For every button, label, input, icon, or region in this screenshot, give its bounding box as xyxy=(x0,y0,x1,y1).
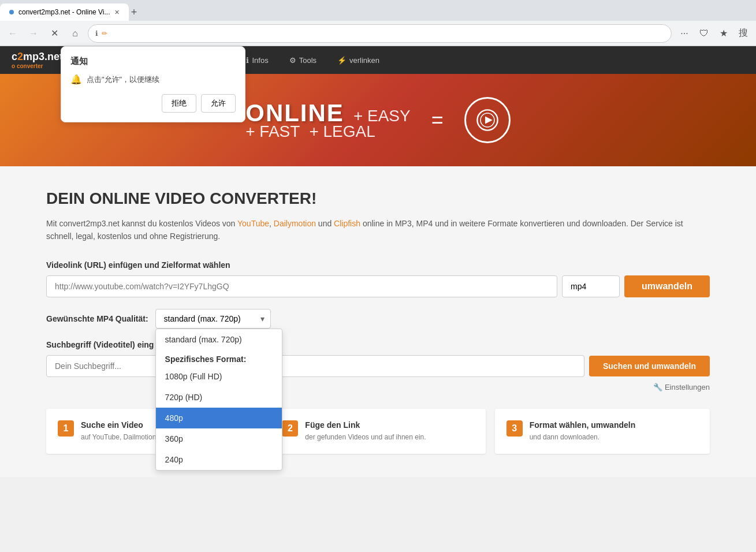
allow-button[interactable]: 允许 xyxy=(201,94,236,113)
page-title: DEIN ONLINE VIDEO CONVERTER! xyxy=(46,189,710,208)
step-content-2: Füge den Link der gefunden Videos und au… xyxy=(305,420,426,442)
reload-button[interactable]: ✕ xyxy=(46,25,62,42)
search-button[interactable]: Suchen und umwandeln xyxy=(589,356,710,376)
new-tab-button[interactable]: + xyxy=(131,6,137,18)
quality-option-standard[interactable]: standard (max. 720p) xyxy=(156,329,282,350)
nav-tools[interactable]: ⚙ Tools xyxy=(279,46,327,74)
nav-infos-label: Infos xyxy=(252,56,268,65)
shield-button[interactable]: 🛡 xyxy=(696,25,712,42)
hero-equals: = xyxy=(431,108,444,132)
settings-link[interactable]: 🔧 Einstellungen xyxy=(46,383,710,391)
popup-title: 通知 xyxy=(70,56,236,67)
clipfish-link[interactable]: Clipfish xyxy=(334,219,360,228)
step-number-2: 2 xyxy=(282,420,298,437)
browser-chrome: convert2mp3.net - Online Vi... × + ← → ✕… xyxy=(0,0,756,46)
forward-button[interactable]: → xyxy=(25,25,42,42)
settings-label: Einstellungen xyxy=(665,383,710,391)
dailymotion-link[interactable]: Dailymotion xyxy=(274,219,316,228)
hero-plus3: + LEGAL xyxy=(309,122,375,141)
search-row: Suchen und umwandeln xyxy=(46,355,710,377)
step-number-1: 1 xyxy=(58,420,74,437)
main-content: DEIN ONLINE VIDEO CONVERTER! Mit convert… xyxy=(0,166,756,477)
popup-message-text: 点击"允许"，以便继续 xyxy=(87,74,159,85)
bell-icon: 🔔 xyxy=(70,74,82,85)
svg-marker-2 xyxy=(485,117,493,124)
youtube-link[interactable]: YouTube xyxy=(237,219,269,228)
tab-dot xyxy=(9,10,14,14)
home-button[interactable]: ⌂ xyxy=(67,25,83,42)
back-button[interactable]: ← xyxy=(5,25,21,42)
bookmark-button[interactable]: ★ xyxy=(716,25,732,42)
step-content-3: Format wählen, umwandeln und dann downlo… xyxy=(530,420,636,442)
quality-option-360p[interactable]: 360p xyxy=(156,428,282,449)
search-button[interactable]: 搜 xyxy=(735,25,751,42)
description: Mit convert2mp3.net kannst du kostenlos … xyxy=(46,217,710,243)
quality-dropdown[interactable]: standard (max. 720p) standard (max. 720p… xyxy=(155,309,271,329)
hero-logo-icon xyxy=(464,97,511,143)
nav-tools-label: Tools xyxy=(299,56,316,65)
quality-option-240p[interactable]: 240p xyxy=(156,449,282,470)
site-logo: c2mp3.net o converter xyxy=(12,51,63,69)
step-desc-3: und dann downloaden. xyxy=(530,432,636,442)
step-card-2: 2 Füge den Link der gefunden Videos und … xyxy=(270,409,485,454)
tab-title: convert2mp3.net - Online Vi... xyxy=(18,8,110,16)
format-select[interactable]: mp4 mp3 xyxy=(562,275,620,297)
popup-buttons: 拒绝 允许 xyxy=(70,94,236,113)
url-input-field[interactable] xyxy=(46,275,557,297)
settings-icon: 🔧 xyxy=(653,383,662,391)
quality-select-button[interactable]: standard (max. 720p) xyxy=(155,309,271,329)
quality-row: Gewünschte MP4 Qualität: standard (max. … xyxy=(46,309,710,329)
edit-icon: ✏ xyxy=(102,29,107,38)
hero-plus2: + FAST xyxy=(245,122,300,141)
notification-popup: 通知 🔔 点击"允许"，以便继续 拒绝 允许 xyxy=(61,46,245,122)
quality-selected-value: standard (max. 720p) xyxy=(164,314,241,323)
steps-row: 1 Suche ein Video auf YouTube, Dailmotio… xyxy=(46,409,710,454)
step-title-2: Füge den Link xyxy=(305,420,426,430)
quality-option-1080p[interactable]: 1080p (Full HD) xyxy=(156,366,282,387)
deny-button[interactable]: 拒绝 xyxy=(162,94,196,113)
verlinken-icon: ⚡ xyxy=(337,56,347,65)
quality-option-720p[interactable]: 720p (HD) xyxy=(156,387,282,408)
browser-tab[interactable]: convert2mp3.net - Online Vi... × xyxy=(0,3,129,21)
popup-message: 🔔 点击"允许"，以便继续 xyxy=(70,74,236,85)
nav-verlinken[interactable]: ⚡ verlinken xyxy=(327,46,390,74)
infos-icon: ℹ xyxy=(246,56,249,65)
browser-toolbar: ← → ✕ ⌂ ℹ ✏ convert2mp3.net ··· 🛡 ★ 搜 xyxy=(0,21,756,46)
info-icon: ℹ xyxy=(95,29,98,38)
quality-header-specific: Spezifisches Format: xyxy=(156,350,282,366)
url-row: mp4 mp3 umwandeln xyxy=(46,275,710,297)
search-input-field[interactable] xyxy=(46,355,584,377)
play-icon xyxy=(476,109,499,132)
nav-verlinken-label: verlinken xyxy=(349,56,379,65)
tab-bar: convert2mp3.net - Online Vi... × + xyxy=(0,0,756,21)
address-bar[interactable]: ℹ ✏ convert2mp3.net xyxy=(88,24,672,43)
url-section-label: Videolink (URL) einfügen und Zielformat … xyxy=(46,260,710,270)
step-title-3: Format wählen, umwandeln xyxy=(530,420,636,430)
toolbar-right: ··· 🛡 ★ 搜 xyxy=(676,25,751,42)
tools-icon: ⚙ xyxy=(289,56,296,65)
quality-option-480p[interactable]: 480p xyxy=(156,408,282,428)
logo-main: c2mp3.net xyxy=(12,51,63,62)
step-number-3: 3 xyxy=(507,420,523,437)
quality-label: Gewünschte MP4 Qualität: xyxy=(46,314,148,323)
step-desc-2: der gefunden Videos und auf ihnen ein. xyxy=(305,432,426,442)
tab-close-icon[interactable]: × xyxy=(115,8,120,17)
search-section-label: Suchbegriff (Videotitel) eing xyxy=(46,340,710,349)
convert-button[interactable]: umwandeln xyxy=(624,275,710,297)
quality-dropdown-menu: standard (max. 720p) Spezifisches Format… xyxy=(155,329,282,471)
url-input[interactable]: convert2mp3.net xyxy=(111,29,664,38)
hero-content: ONLINE + EASY + FAST + LEGAL = xyxy=(245,97,511,143)
logo-sub: o converter xyxy=(12,63,63,69)
step-card-3: 3 Format wählen, umwandeln und dann down… xyxy=(495,409,710,454)
menu-button[interactable]: ··· xyxy=(676,25,692,42)
